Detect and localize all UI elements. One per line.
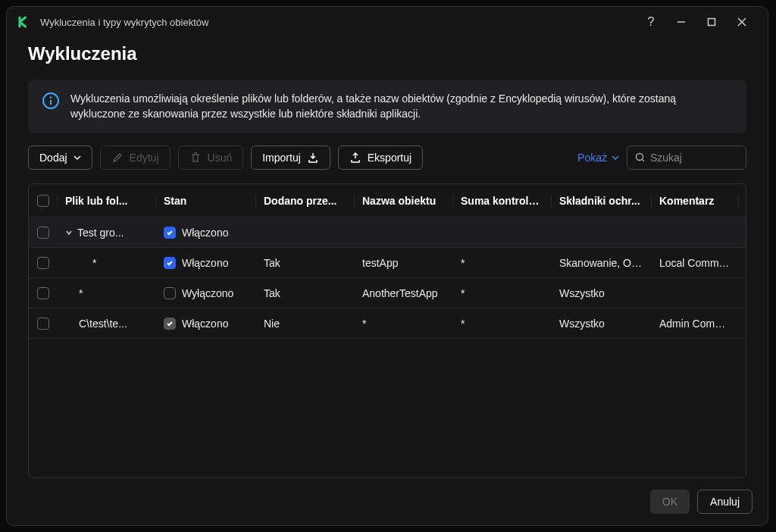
expand-icon[interactable] bbox=[65, 229, 73, 236]
app-logo-icon bbox=[17, 15, 31, 29]
help-button[interactable]: ? bbox=[636, 11, 666, 33]
exclusions-table: Plik lub fol... Stan Dodano prze... Nazw… bbox=[28, 183, 746, 478]
chevron-down-icon bbox=[612, 154, 619, 161]
minimize-button[interactable] bbox=[666, 11, 696, 33]
col-file[interactable]: Plik lub fol... bbox=[58, 195, 156, 207]
info-icon bbox=[42, 92, 60, 110]
svg-rect-1 bbox=[709, 19, 715, 26]
close-button[interactable] bbox=[727, 11, 757, 33]
select-all-checkbox[interactable] bbox=[37, 195, 49, 207]
status-checkbox[interactable] bbox=[164, 287, 176, 299]
added-cell: Tak bbox=[256, 257, 355, 269]
file-cell: * bbox=[92, 257, 96, 269]
info-banner: Wykluczenia umożliwiają określenie plikó… bbox=[28, 80, 746, 133]
row-checkbox[interactable] bbox=[37, 227, 49, 239]
import-icon bbox=[307, 152, 319, 164]
comment-cell: Admin Comment bbox=[652, 318, 739, 330]
table-row[interactable]: *WyłączonoTakAnotherTestApp*Wszystko bbox=[29, 278, 746, 308]
row-checkbox[interactable] bbox=[37, 318, 49, 330]
file-cell: Test gro... bbox=[77, 227, 124, 239]
search-box[interactable] bbox=[627, 146, 746, 170]
chevron-down-icon bbox=[74, 154, 81, 161]
toolbar: Dodaj Edytuj Usuń Importuj Eksportuj P bbox=[28, 146, 746, 170]
hash-cell: * bbox=[453, 318, 552, 330]
delete-label: Usuń bbox=[208, 152, 233, 164]
components-cell: Wszystko bbox=[552, 287, 652, 299]
status-checkbox[interactable] bbox=[164, 257, 176, 269]
edit-label: Edytuj bbox=[130, 152, 159, 164]
file-cell: C\test\te... bbox=[79, 318, 127, 330]
pencil-icon bbox=[111, 152, 124, 164]
object-cell: * bbox=[355, 318, 453, 330]
object-cell: AnotherTestApp bbox=[355, 287, 453, 299]
hash-cell: * bbox=[453, 257, 552, 269]
row-checkbox[interactable] bbox=[37, 287, 49, 299]
window-title: Wykluczenia i typy wykrytych obiektów bbox=[40, 17, 636, 28]
added-cell: Tak bbox=[256, 287, 355, 299]
add-button[interactable]: Dodaj bbox=[28, 146, 92, 170]
export-label: Eksportuj bbox=[368, 152, 411, 164]
status-label: Wyłączono bbox=[182, 287, 233, 299]
search-input[interactable] bbox=[650, 152, 738, 164]
col-components[interactable]: Składniki ochr... bbox=[552, 195, 652, 207]
cancel-button[interactable]: Anuluj bbox=[697, 490, 753, 514]
status-checkbox[interactable] bbox=[164, 318, 176, 330]
table-header: Plik lub fol... Stan Dodano prze... Nazw… bbox=[29, 184, 746, 217]
footer: OK Anuluj bbox=[7, 478, 768, 525]
export-icon bbox=[349, 152, 361, 164]
show-dropdown[interactable]: Pokaż bbox=[577, 152, 619, 164]
add-label: Dodaj bbox=[39, 152, 67, 164]
table-row[interactable]: *WłączonoTaktestApp*Skanowanie, Oc...Loc… bbox=[29, 248, 746, 278]
status-label: Włączono bbox=[182, 227, 228, 239]
status-checkbox[interactable] bbox=[164, 227, 176, 239]
ok-button[interactable]: OK bbox=[650, 490, 690, 514]
import-button[interactable]: Importuj bbox=[251, 146, 330, 170]
status-label: Włączono bbox=[182, 318, 228, 330]
table-body: Test gro...Włączono*WłączonoTaktestApp*S… bbox=[29, 217, 746, 477]
col-hash[interactable]: Suma kontroln... bbox=[453, 195, 552, 207]
svg-point-7 bbox=[637, 154, 643, 161]
components-cell: Wszystko bbox=[552, 318, 652, 330]
status-label: Włączono bbox=[182, 257, 228, 269]
svg-point-5 bbox=[50, 96, 52, 99]
row-checkbox[interactable] bbox=[37, 257, 49, 269]
svg-line-8 bbox=[643, 160, 644, 162]
table-row[interactable]: C\test\te...WłączonoNie**WszystkoAdmin C… bbox=[29, 308, 746, 339]
titlebar: Wykluczenia i typy wykrytych obiektów ? bbox=[7, 7, 768, 37]
added-cell: Nie bbox=[256, 318, 355, 330]
maximize-button[interactable] bbox=[696, 11, 727, 33]
search-icon bbox=[635, 152, 644, 163]
object-cell: testApp bbox=[355, 257, 453, 269]
comment-cell: Local Comment bbox=[652, 257, 739, 269]
col-comment[interactable]: Komentarz bbox=[652, 195, 739, 207]
delete-button: Usuń bbox=[178, 146, 244, 170]
table-row[interactable]: Test gro...Włączono bbox=[29, 217, 746, 248]
col-object[interactable]: Nazwa obiektu bbox=[355, 195, 453, 207]
components-cell: Skanowanie, Oc... bbox=[552, 257, 652, 269]
col-status[interactable]: Stan bbox=[156, 195, 256, 207]
show-label: Pokaż bbox=[577, 152, 607, 164]
col-added[interactable]: Dodano prze... bbox=[256, 195, 355, 207]
trash-icon bbox=[189, 152, 202, 164]
page-title: Wykluczenia bbox=[28, 43, 746, 64]
file-cell: * bbox=[79, 287, 83, 299]
edit-button: Edytuj bbox=[100, 146, 171, 170]
info-text: Wykluczenia umożliwiają określenie plikó… bbox=[70, 92, 733, 121]
export-button[interactable]: Eksportuj bbox=[338, 146, 423, 170]
hash-cell: * bbox=[453, 287, 552, 299]
import-label: Importuj bbox=[262, 152, 301, 164]
